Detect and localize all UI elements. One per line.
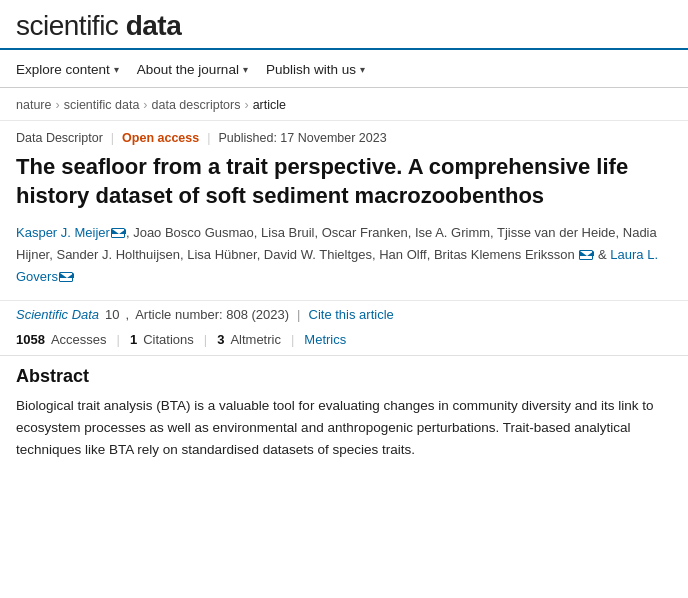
email-icon-eriksson[interactable]	[579, 250, 593, 260]
chevron-down-icon: ▾	[360, 64, 365, 75]
breadcrumb-scientific-data[interactable]: scientific data	[64, 98, 140, 112]
nav-about-journal[interactable]: About the journal ▾	[137, 58, 258, 81]
article-type: Data Descriptor	[16, 131, 103, 145]
breadcrumb: nature › scientific data › data descript…	[0, 88, 688, 121]
author-kasper-meijer[interactable]: Kasper J. Meijer	[16, 225, 110, 240]
article-meta: Data Descriptor | Open access | Publishe…	[0, 121, 688, 149]
journal-info: Scientific Data 10, Article number: 808 …	[0, 300, 688, 326]
logo-light: scientific	[16, 10, 126, 41]
logo-bold: data	[126, 10, 182, 41]
chevron-down-icon: ▾	[114, 64, 119, 75]
meta-separator-2: |	[207, 131, 210, 145]
abstract-section: Abstract Biological trait analysis (BTA)…	[0, 355, 688, 470]
metrics-link[interactable]: Metrics	[304, 332, 346, 347]
abstract-body: Biological trait analysis (BTA) is a val…	[16, 395, 672, 460]
accesses-label: Accesses	[51, 332, 107, 347]
cite-article-link[interactable]: Cite this article	[309, 307, 394, 322]
nav-about-journal-label: About the journal	[137, 62, 239, 77]
altmetric-label: Altmetric	[230, 332, 281, 347]
email-icon-govers[interactable]	[59, 272, 73, 282]
journal-comma: ,	[126, 307, 130, 322]
authors-section: Kasper J. Meijer, Joao Bosco Gusmao, Lis…	[0, 218, 688, 294]
metric-sep-1: |	[117, 332, 120, 347]
nav-publish-with-us[interactable]: Publish with us ▾	[266, 58, 375, 81]
published-label: Published:	[218, 131, 276, 145]
breadcrumb-data-descriptors[interactable]: data descriptors	[152, 98, 241, 112]
chevron-down-icon: ▾	[243, 64, 248, 75]
journal-volume: 10	[105, 307, 119, 322]
metrics-row: 1058 Accesses | 1 Citations | 3 Altmetri…	[0, 326, 688, 355]
journal-name-link[interactable]: Scientific Data	[16, 307, 99, 322]
breadcrumb-sep-1: ›	[55, 98, 59, 112]
breadcrumb-nature[interactable]: nature	[16, 98, 51, 112]
main-nav: Explore content ▾ About the journal ▾ Pu…	[0, 50, 688, 88]
nav-explore-content-label: Explore content	[16, 62, 110, 77]
abstract-heading: Abstract	[16, 366, 672, 387]
accesses-count: 1058	[16, 332, 45, 347]
published-date: 17 November 2023	[280, 131, 386, 145]
meta-separator-1: |	[111, 131, 114, 145]
metric-sep-3: |	[291, 332, 294, 347]
altmetric-count: 3	[217, 332, 224, 347]
pipe-1: |	[297, 307, 300, 322]
ampersand-symbol: &	[598, 247, 610, 262]
site-header: scientific data	[0, 0, 688, 50]
email-icon-meijer[interactable]	[111, 228, 125, 238]
open-access-badge: Open access	[122, 131, 199, 145]
article-title: The seafloor from a trait perspective. A…	[0, 149, 688, 218]
site-logo[interactable]: scientific data	[16, 10, 672, 42]
breadcrumb-sep-3: ›	[244, 98, 248, 112]
nav-explore-content[interactable]: Explore content ▾	[16, 58, 129, 81]
article-number: Article number: 808 (2023)	[135, 307, 289, 322]
breadcrumb-sep-2: ›	[143, 98, 147, 112]
citations-label: Citations	[143, 332, 194, 347]
breadcrumb-article: article	[253, 98, 286, 112]
metric-sep-2: |	[204, 332, 207, 347]
citations-count: 1	[130, 332, 137, 347]
published-info: Published: 17 November 2023	[218, 131, 386, 145]
nav-publish-with-us-label: Publish with us	[266, 62, 356, 77]
